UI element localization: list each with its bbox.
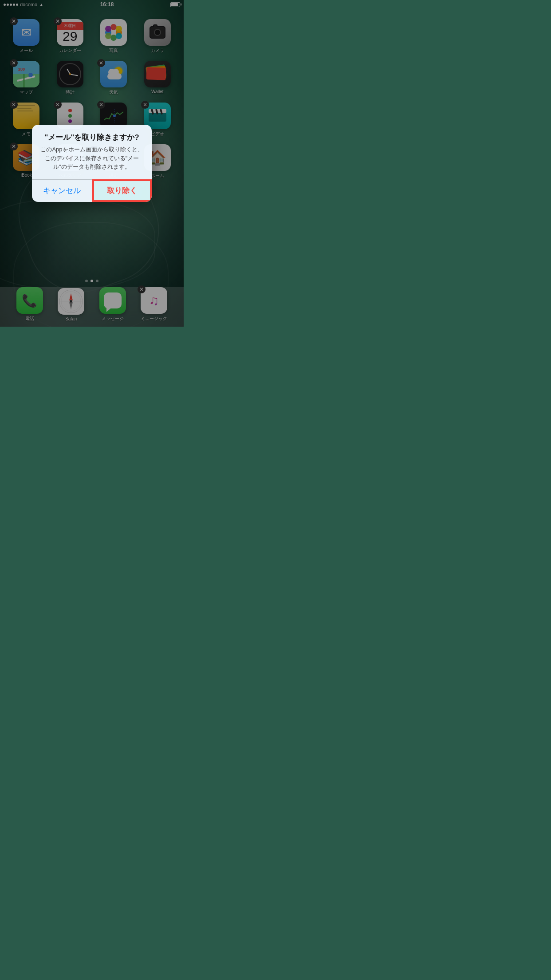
- dialog-cancel-button[interactable]: キャンセル: [32, 179, 92, 202]
- dialog-buttons: キャンセル 取り除く: [32, 179, 152, 202]
- dialog-title: "メール"を取り除きますか?: [32, 125, 152, 145]
- dialog-overlay: "メール"を取り除きますか? このAppをホーム画面から取り除くと、このデバイス…: [0, 0, 184, 327]
- dialog-message: このAppをホーム画面から取り除くと、このデバイスに保存されている"メール"のデ…: [32, 145, 152, 179]
- dialog-remove-button[interactable]: 取り除く: [92, 179, 152, 202]
- delete-app-dialog: "メール"を取り除きますか? このAppをホーム画面から取り除くと、このデバイス…: [32, 125, 152, 202]
